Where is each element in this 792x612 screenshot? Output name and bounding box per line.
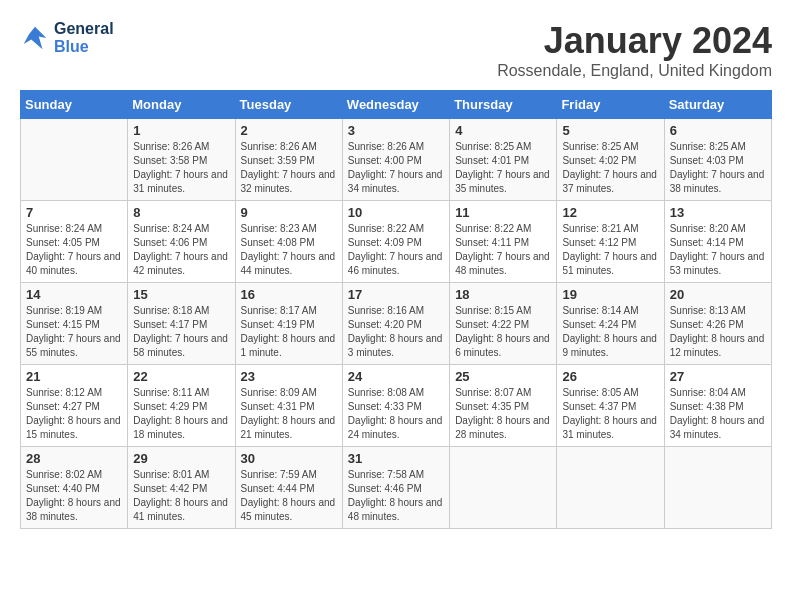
- day-info: Sunrise: 8:22 AM Sunset: 4:11 PM Dayligh…: [455, 222, 551, 278]
- week-row-5: 28 Sunrise: 8:02 AM Sunset: 4:40 PM Dayl…: [21, 447, 772, 529]
- day-info: Sunrise: 8:05 AM Sunset: 4:37 PM Dayligh…: [562, 386, 658, 442]
- calendar-cell-w1-d6: 5 Sunrise: 8:25 AM Sunset: 4:02 PM Dayli…: [557, 119, 664, 201]
- calendar-cell-w3-d5: 18 Sunrise: 8:15 AM Sunset: 4:22 PM Dayl…: [450, 283, 557, 365]
- calendar-cell-w4-d6: 26 Sunrise: 8:05 AM Sunset: 4:37 PM Dayl…: [557, 365, 664, 447]
- calendar-cell-w5-d7: [664, 447, 771, 529]
- daylight-text: Daylight: 8 hours and 31 minutes.: [562, 414, 658, 442]
- daylight-text: Daylight: 8 hours and 1 minute.: [241, 332, 337, 360]
- day-number: 27: [670, 369, 766, 384]
- header-thursday: Thursday: [450, 91, 557, 119]
- header-tuesday: Tuesday: [235, 91, 342, 119]
- calendar-cell-w2-d1: 7 Sunrise: 8:24 AM Sunset: 4:05 PM Dayli…: [21, 201, 128, 283]
- day-info: Sunrise: 8:26 AM Sunset: 3:58 PM Dayligh…: [133, 140, 229, 196]
- header-sunday: Sunday: [21, 91, 128, 119]
- day-number: 11: [455, 205, 551, 220]
- daylight-text: Daylight: 7 hours and 34 minutes.: [348, 168, 444, 196]
- day-info: Sunrise: 8:12 AM Sunset: 4:27 PM Dayligh…: [26, 386, 122, 442]
- calendar-cell-w3-d3: 16 Sunrise: 8:17 AM Sunset: 4:19 PM Dayl…: [235, 283, 342, 365]
- calendar-cell-w1-d4: 3 Sunrise: 8:26 AM Sunset: 4:00 PM Dayli…: [342, 119, 449, 201]
- calendar-cell-w1-d3: 2 Sunrise: 8:26 AM Sunset: 3:59 PM Dayli…: [235, 119, 342, 201]
- daylight-text: Daylight: 7 hours and 32 minutes.: [241, 168, 337, 196]
- sunrise-text: Sunrise: 8:12 AM: [26, 386, 122, 400]
- day-number: 7: [26, 205, 122, 220]
- day-number: 13: [670, 205, 766, 220]
- day-info: Sunrise: 8:18 AM Sunset: 4:17 PM Dayligh…: [133, 304, 229, 360]
- day-number: 15: [133, 287, 229, 302]
- day-info: Sunrise: 8:01 AM Sunset: 4:42 PM Dayligh…: [133, 468, 229, 524]
- logo: General Blue: [20, 20, 114, 56]
- sunset-text: Sunset: 4:19 PM: [241, 318, 337, 332]
- day-info: Sunrise: 8:24 AM Sunset: 4:06 PM Dayligh…: [133, 222, 229, 278]
- sunset-text: Sunset: 4:20 PM: [348, 318, 444, 332]
- day-number: 4: [455, 123, 551, 138]
- sunrise-text: Sunrise: 8:13 AM: [670, 304, 766, 318]
- sunset-text: Sunset: 4:06 PM: [133, 236, 229, 250]
- sunset-text: Sunset: 4:14 PM: [670, 236, 766, 250]
- calendar-cell-w5-d2: 29 Sunrise: 8:01 AM Sunset: 4:42 PM Dayl…: [128, 447, 235, 529]
- calendar-cell-w5-d4: 31 Sunrise: 7:58 AM Sunset: 4:46 PM Dayl…: [342, 447, 449, 529]
- calendar-cell-w5-d6: [557, 447, 664, 529]
- daylight-text: Daylight: 7 hours and 38 minutes.: [670, 168, 766, 196]
- daylight-text: Daylight: 7 hours and 46 minutes.: [348, 250, 444, 278]
- daylight-text: Daylight: 7 hours and 58 minutes.: [133, 332, 229, 360]
- daylight-text: Daylight: 7 hours and 37 minutes.: [562, 168, 658, 196]
- day-number: 25: [455, 369, 551, 384]
- sunset-text: Sunset: 4:37 PM: [562, 400, 658, 414]
- day-info: Sunrise: 8:25 AM Sunset: 4:03 PM Dayligh…: [670, 140, 766, 196]
- sunrise-text: Sunrise: 8:16 AM: [348, 304, 444, 318]
- calendar-cell-w5-d3: 30 Sunrise: 7:59 AM Sunset: 4:44 PM Dayl…: [235, 447, 342, 529]
- day-number: 14: [26, 287, 122, 302]
- day-info: Sunrise: 8:17 AM Sunset: 4:19 PM Dayligh…: [241, 304, 337, 360]
- daylight-text: Daylight: 8 hours and 6 minutes.: [455, 332, 551, 360]
- sunrise-text: Sunrise: 8:18 AM: [133, 304, 229, 318]
- sunrise-text: Sunrise: 8:25 AM: [455, 140, 551, 154]
- sunrise-text: Sunrise: 8:24 AM: [26, 222, 122, 236]
- daylight-text: Daylight: 7 hours and 53 minutes.: [670, 250, 766, 278]
- daylight-text: Daylight: 8 hours and 28 minutes.: [455, 414, 551, 442]
- page-header: General Blue January 2024 Rossendale, En…: [20, 20, 772, 80]
- header-saturday: Saturday: [664, 91, 771, 119]
- sunrise-text: Sunrise: 8:01 AM: [133, 468, 229, 482]
- sunrise-text: Sunrise: 8:22 AM: [455, 222, 551, 236]
- calendar-cell-w5-d5: [450, 447, 557, 529]
- calendar-cell-w1-d2: 1 Sunrise: 8:26 AM Sunset: 3:58 PM Dayli…: [128, 119, 235, 201]
- day-number: 26: [562, 369, 658, 384]
- day-number: 22: [133, 369, 229, 384]
- day-info: Sunrise: 8:22 AM Sunset: 4:09 PM Dayligh…: [348, 222, 444, 278]
- calendar-cell-w4-d7: 27 Sunrise: 8:04 AM Sunset: 4:38 PM Dayl…: [664, 365, 771, 447]
- logo-text-line2: Blue: [54, 38, 114, 56]
- sunrise-text: Sunrise: 8:26 AM: [241, 140, 337, 154]
- week-row-2: 7 Sunrise: 8:24 AM Sunset: 4:05 PM Dayli…: [21, 201, 772, 283]
- day-number: 12: [562, 205, 658, 220]
- sunset-text: Sunset: 3:58 PM: [133, 154, 229, 168]
- week-row-3: 14 Sunrise: 8:19 AM Sunset: 4:15 PM Dayl…: [21, 283, 772, 365]
- day-info: Sunrise: 8:02 AM Sunset: 4:40 PM Dayligh…: [26, 468, 122, 524]
- calendar-cell-w2-d6: 12 Sunrise: 8:21 AM Sunset: 4:12 PM Dayl…: [557, 201, 664, 283]
- day-info: Sunrise: 8:24 AM Sunset: 4:05 PM Dayligh…: [26, 222, 122, 278]
- sunrise-text: Sunrise: 8:17 AM: [241, 304, 337, 318]
- sunset-text: Sunset: 4:03 PM: [670, 154, 766, 168]
- daylight-text: Daylight: 7 hours and 40 minutes.: [26, 250, 122, 278]
- sunrise-text: Sunrise: 8:09 AM: [241, 386, 337, 400]
- sunrise-text: Sunrise: 8:26 AM: [348, 140, 444, 154]
- day-info: Sunrise: 8:11 AM Sunset: 4:29 PM Dayligh…: [133, 386, 229, 442]
- calendar-cell-w3-d7: 20 Sunrise: 8:13 AM Sunset: 4:26 PM Dayl…: [664, 283, 771, 365]
- calendar-cell-w3-d1: 14 Sunrise: 8:19 AM Sunset: 4:15 PM Dayl…: [21, 283, 128, 365]
- daylight-text: Daylight: 8 hours and 9 minutes.: [562, 332, 658, 360]
- day-info: Sunrise: 7:58 AM Sunset: 4:46 PM Dayligh…: [348, 468, 444, 524]
- sunrise-text: Sunrise: 8:04 AM: [670, 386, 766, 400]
- day-number: 23: [241, 369, 337, 384]
- sunset-text: Sunset: 4:09 PM: [348, 236, 444, 250]
- sunset-text: Sunset: 4:01 PM: [455, 154, 551, 168]
- day-info: Sunrise: 8:15 AM Sunset: 4:22 PM Dayligh…: [455, 304, 551, 360]
- day-info: Sunrise: 8:16 AM Sunset: 4:20 PM Dayligh…: [348, 304, 444, 360]
- location-text: Rossendale, England, United Kingdom: [497, 62, 772, 80]
- calendar-cell-w1-d5: 4 Sunrise: 8:25 AM Sunset: 4:01 PM Dayli…: [450, 119, 557, 201]
- daylight-text: Daylight: 7 hours and 51 minutes.: [562, 250, 658, 278]
- sunset-text: Sunset: 4:00 PM: [348, 154, 444, 168]
- sunset-text: Sunset: 4:33 PM: [348, 400, 444, 414]
- week-row-1: 1 Sunrise: 8:26 AM Sunset: 3:58 PM Dayli…: [21, 119, 772, 201]
- calendar-cell-w4-d4: 24 Sunrise: 8:08 AM Sunset: 4:33 PM Dayl…: [342, 365, 449, 447]
- sunrise-text: Sunrise: 8:02 AM: [26, 468, 122, 482]
- daylight-text: Daylight: 8 hours and 34 minutes.: [670, 414, 766, 442]
